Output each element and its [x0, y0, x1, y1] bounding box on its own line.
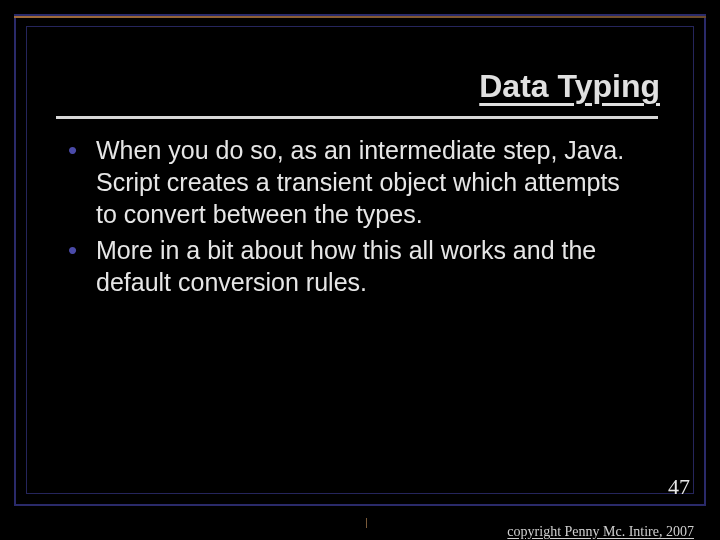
page-number: 47 [668, 474, 690, 500]
bullet-item: When you do so, as an intermediate step,… [68, 134, 640, 230]
title-underline [56, 116, 658, 119]
slide-body: When you do so, as an intermediate step,… [68, 134, 640, 302]
slide-title: Data Typing [60, 68, 660, 105]
bullet-item: More in a bit about how this all works a… [68, 234, 640, 298]
frame-accent [14, 16, 706, 18]
copyright-text: copyright Penny Mc. Intire, 2007 [507, 524, 694, 540]
slide: Data Typing When you do so, as an interm… [0, 0, 720, 540]
footer-tick [366, 518, 367, 528]
